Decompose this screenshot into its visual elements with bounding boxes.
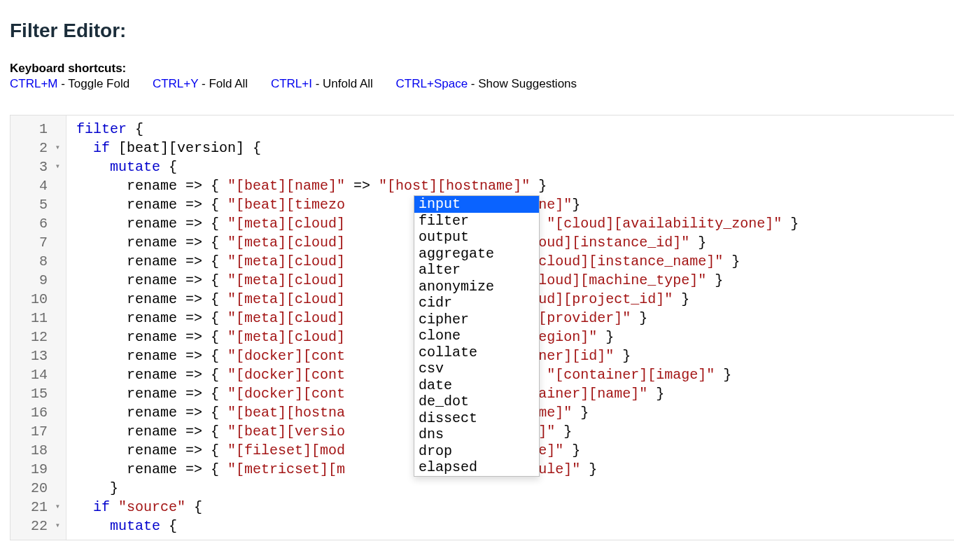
suggestion-item[interactable]: date: [414, 377, 539, 394]
shortcut-desc: - Show Suggestions: [468, 77, 577, 90]
suggestion-item[interactable]: clone: [414, 328, 539, 344]
gutter-line: 8: [23, 252, 60, 271]
suggestion-item[interactable]: anonymize: [414, 279, 539, 295]
gutter-line: 22▾: [23, 517, 60, 536]
gutter-line: 16: [23, 403, 60, 422]
code-line[interactable]: rename => { "[beat][name]" => "[host][ho…: [76, 176, 799, 195]
suggestion-item[interactable]: filter: [414, 213, 539, 230]
suggestion-item[interactable]: elapsed: [414, 459, 539, 476]
gutter-line: 17: [23, 422, 60, 441]
gutter-line: 21▾: [23, 498, 60, 517]
fold-toggle-icon[interactable]: ▾: [52, 498, 60, 517]
code-line[interactable]: }: [76, 479, 799, 498]
code-line[interactable]: mutate {: [76, 158, 799, 176]
gutter-line: 2▾: [23, 139, 60, 158]
suggestion-item[interactable]: cidr: [414, 295, 539, 312]
code-line[interactable]: mutate {: [76, 517, 799, 536]
suggestion-item[interactable]: csv: [414, 360, 539, 377]
editor-gutter: 12▾3▾456789101112131415161718192021▾22▾: [10, 115, 66, 540]
shortcut-desc: - Fold All: [198, 77, 248, 90]
shortcuts-heading: Keyboard shortcuts:: [10, 62, 944, 76]
suggestion-item[interactable]: drop: [414, 443, 539, 460]
suggestion-popup[interactable]: inputfilteroutputaggregatealteranonymize…: [414, 195, 540, 477]
suggestion-item[interactable]: aggregate: [414, 246, 539, 262]
gutter-line: 11: [23, 309, 60, 328]
gutter-line: 14: [23, 365, 60, 384]
suggestion-item[interactable]: dissect: [414, 410, 539, 427]
gutter-line: 5: [23, 195, 60, 214]
gutter-line: 1: [23, 120, 60, 139]
gutter-line: 7: [23, 233, 60, 252]
code-editor[interactable]: 12▾3▾456789101112131415161718192021▾22▾ …: [10, 115, 954, 540]
suggestion-item[interactable]: dns: [414, 426, 539, 443]
shortcut-key: CTRL+Y: [153, 77, 198, 90]
gutter-line: 13: [23, 346, 60, 365]
gutter-line: 3▾: [23, 158, 60, 176]
gutter-line: 18: [23, 441, 60, 460]
shortcuts-row: CTRL+M - Toggle Fold CTRL+Y - Fold All C…: [10, 77, 944, 91]
gutter-line: 12: [23, 328, 60, 346]
suggestion-item[interactable]: de_dot: [414, 393, 539, 410]
gutter-line: 19: [23, 460, 60, 479]
code-line[interactable]: filter {: [76, 120, 799, 139]
shortcut-desc: - Toggle Fold: [57, 77, 129, 90]
code-line[interactable]: if "source" {: [76, 498, 799, 517]
suggestion-item[interactable]: input: [414, 196, 539, 213]
fold-toggle-icon[interactable]: ▾: [52, 139, 60, 158]
fold-toggle-icon[interactable]: ▾: [52, 158, 60, 176]
fold-toggle-icon[interactable]: ▾: [52, 517, 60, 536]
shortcut-key: CTRL+I: [271, 77, 312, 90]
shortcut-desc: - Unfold All: [312, 77, 373, 90]
gutter-line: 9: [23, 271, 60, 290]
suggestion-item[interactable]: cipher: [414, 312, 539, 328]
page-title: Filter Editor:: [10, 20, 944, 42]
gutter-line: 20: [23, 479, 60, 498]
gutter-line: 4: [23, 176, 60, 195]
gutter-line: 15: [23, 384, 60, 403]
gutter-line: 10: [23, 290, 60, 309]
gutter-line: 6: [23, 214, 60, 233]
shortcut-key: CTRL+Space: [396, 77, 468, 90]
suggestion-item[interactable]: collate: [414, 344, 539, 361]
shortcut-key: CTRL+M: [10, 77, 57, 90]
suggestion-item[interactable]: alter: [414, 262, 539, 279]
suggestion-item[interactable]: output: [414, 229, 539, 246]
code-line[interactable]: if [beat][version] {: [76, 139, 799, 158]
